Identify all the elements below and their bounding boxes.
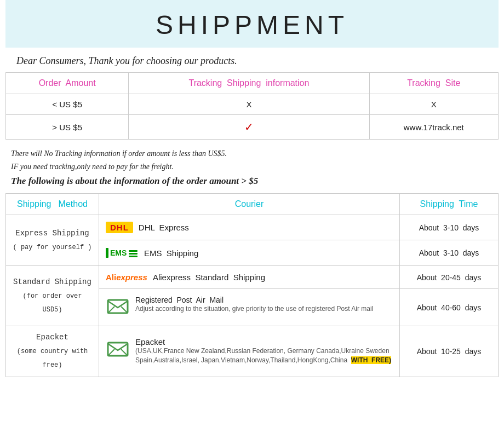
tracking-cell-2: ✓: [129, 115, 369, 140]
aliexpress-courier-row: Aliexpress Aliexpress Standard Shipping: [106, 269, 393, 285]
table-row: > US $5 ✓ www.17track.net: [6, 115, 499, 140]
epacket-logo: [106, 337, 130, 363]
tracking-cell-1: X: [129, 94, 369, 115]
epacket-info: Epacket (USA,UK,France New Zealand,Russi…: [135, 337, 393, 365]
express-time-1: About 3-10 days: [400, 215, 499, 240]
tracking-table: Order Amount Tracking Shipping informati…: [5, 72, 499, 140]
aliexpress-courier-cell: Aliexpress Aliexpress Standard Shipping: [99, 266, 400, 289]
svg-rect-3: [129, 253, 138, 255]
epacket-courier-row: Epacket (USA,UK,France New Zealand,Russi…: [106, 334, 393, 368]
shipping-th-time: Shipping Time: [400, 194, 499, 215]
express-method-cell: Express Shipping ( pay for yourself ): [6, 215, 99, 266]
tracking-th-amount: Order Amount: [6, 73, 129, 94]
svg-rect-5: [108, 300, 128, 313]
epacket-courier-cell: Epacket (USA,UK,France New Zealand,Russi…: [99, 326, 400, 377]
aliexpress-logo: Aliexpress: [106, 273, 147, 282]
standard-time-1: About 20-45 days: [400, 266, 499, 289]
page-wrapper: SHIPPMENT Dear Consumers, Thank you for …: [0, 0, 504, 388]
epacket-time: About 10-25 days: [400, 326, 499, 377]
express-time-2: About 3-10 days: [400, 240, 499, 266]
post-info: Registered Post Air Mail Adjust accordin…: [135, 296, 373, 314]
checkmark-icon: ✓: [244, 121, 254, 133]
shipping-th-method: Shipping Method: [6, 194, 99, 215]
standard-time-2: About 40-60 days: [400, 289, 499, 326]
ems-courier-cell: EMS EMS Shipping: [99, 240, 400, 266]
post-subtext: Adjust according to the situation, give …: [135, 304, 373, 314]
tracking-header-row: Order Amount Tracking Shipping informati…: [6, 73, 499, 94]
ems-logo-svg: EMS: [106, 247, 139, 259]
amount-cell-2: > US $5: [6, 115, 129, 140]
table-row: Epacket (some country with free): [6, 326, 499, 377]
ems-courier-row: EMS EMS Shipping: [106, 244, 393, 262]
table-row: Standard Shipping (for order over USD5) …: [6, 266, 499, 289]
post-courier-cell: Registered Post Air Mail Adjust accordin…: [99, 289, 400, 326]
post-logo-svg: [106, 296, 130, 317]
ems-logo: EMS: [106, 247, 139, 259]
shipping-table: Shipping Method Courier Shipping Time Ex…: [5, 193, 499, 377]
subtitle-text: Dear Consumers, Thank you for choosing o…: [5, 48, 499, 72]
page-title: SHIPPMENT: [5, 10, 499, 40]
notice-text-1: There will No Tracking information if or…: [5, 146, 499, 159]
notice-text-3: The following is about the information o…: [5, 172, 499, 192]
post-courier-row: Registered Post Air Mail Adjust accordin…: [106, 292, 393, 322]
notice-text-2: IF you need tracking,only need to pay fo…: [5, 159, 499, 172]
dhl-courier-cell: DHL DHL Express: [99, 215, 400, 240]
aliexpress-name: Aliexpress Standard Shipping: [153, 273, 265, 282]
dhl-logo: DHL: [106, 222, 133, 233]
post-name: Registered Post Air Mail: [135, 296, 373, 304]
svg-rect-6: [108, 343, 128, 356]
post-logo: [106, 296, 130, 319]
epacket-name: Epacket: [135, 337, 393, 346]
site-cell-1: X: [369, 94, 498, 115]
site-cell-2: www.17track.net: [369, 115, 498, 140]
epacket-highlight: WITH FREE): [351, 356, 391, 364]
dhl-name: DHL Express: [139, 223, 189, 232]
epacket-method-cell: Epacket (some country with free): [6, 326, 99, 377]
svg-rect-4: [129, 256, 138, 257]
svg-rect-2: [129, 250, 138, 252]
tracking-th-site: Tracking Site: [369, 73, 498, 94]
amount-cell-1: < US $5: [6, 94, 129, 115]
shipping-th-courier: Courier: [99, 194, 400, 215]
shipping-header-row: Shipping Method Courier Shipping Time: [6, 194, 499, 215]
table-row: < US $5 X X: [6, 94, 499, 115]
standard-method-cell: Standard Shipping (for order over USD5): [6, 266, 99, 326]
dhl-courier-row: DHL DHL Express: [106, 218, 393, 236]
tracking-th-info: Tracking Shipping information: [129, 73, 369, 94]
table-row: Express Shipping ( pay for yourself ) DH…: [6, 215, 499, 240]
svg-rect-0: [106, 248, 108, 258]
svg-text:EMS: EMS: [110, 248, 127, 257]
epacket-subtext: (USA,UK,France New Zealand,Russian Feder…: [135, 346, 393, 365]
epacket-logo-svg: [106, 337, 130, 361]
ems-name: EMS Shipping: [144, 248, 198, 258]
header-section: SHIPPMENT: [5, 0, 499, 48]
